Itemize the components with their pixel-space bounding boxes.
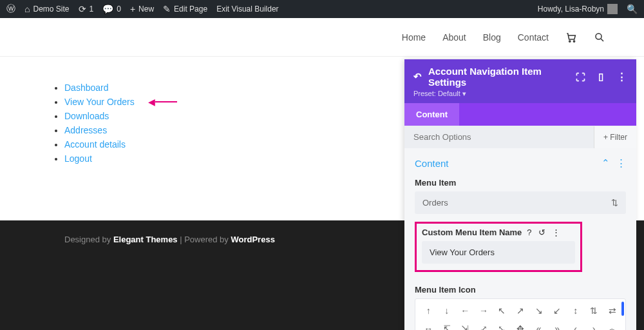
comments-count: 0 [117,5,121,14]
icon-arrow-down[interactable]: ↓ [438,302,457,320]
new-label: New [138,5,154,14]
field-more-icon[interactable]: ⋮ [552,228,560,237]
svg-point-2 [596,34,601,39]
icon-arrow-se[interactable]: ↘ [529,302,548,320]
preset-value: Default [438,90,460,97]
edit-label: Edit Page [174,5,207,14]
new-content[interactable]: +New [130,4,154,14]
panel-header: ↶ Account Navigation Item Settings ⛶ ▯ ⋮… [404,59,636,103]
acct-downloads[interactable]: Downloads [64,111,109,121]
icon-resize-ne[interactable]: ⤢ [475,320,493,330]
acct-view-orders[interactable]: View Your Orders [64,97,135,107]
wp-logo[interactable]: ⓦ [6,3,15,15]
comments[interactable]: 💬0 [102,4,121,14]
icon-resize-nw[interactable]: ⤡ [493,320,511,330]
search-row: + Filter [404,126,636,148]
section-more-icon[interactable]: ⋮ [616,157,626,169]
site-name[interactable]: ⌂Demo Site [24,4,70,14]
cart-icon[interactable] [565,32,577,43]
icon-chevron-up2[interactable]: ︽ [603,320,621,330]
callout-arrow: ◀ [150,97,177,107]
icon-arrow-sw[interactable]: ↙ [548,302,567,320]
exit-vb-label: Exit Visual Builder [216,5,279,14]
edit-page[interactable]: ✎Edit Page [163,4,207,14]
expand-icon[interactable]: ⛶ [574,72,586,82]
menu-item-select[interactable]: Orders ⇅ [415,191,626,214]
icon-arrow-ud[interactable]: ↕ [566,302,585,320]
reset-icon[interactable]: ↺ [538,228,545,237]
acct-logout[interactable]: Logout [64,153,92,164]
icon-dbl-left[interactable]: « [529,320,548,330]
back-icon[interactable]: ↶ [413,71,422,82]
nav-home[interactable]: Home [402,32,426,43]
icon-arrow-up[interactable]: ↑ [419,302,438,320]
custom-name-input[interactable] [422,241,575,264]
icon-arrow-left[interactable]: ← [456,302,475,320]
icon-arrow-lr[interactable]: ⇄ [603,302,621,320]
custom-name-label: Custom Menu Item Name [422,228,522,237]
menu-item-label: Menu Item [415,178,626,188]
exit-visual-builder[interactable]: Exit Visual Builder [216,5,279,14]
acct-details[interactable]: Account details [64,139,126,150]
tab-content[interactable]: Content [404,103,459,126]
settings-panel: ↶ Account Navigation Item Settings ⛶ ▯ ⋮… [404,59,636,330]
icon-chevron-right[interactable]: › [585,320,603,330]
avatar [607,4,618,14]
wp-admin-bar: ⓦ ⌂Demo Site ⟳1 💬0 +New ✎Edit Page Exit … [0,0,644,18]
svg-point-1 [573,40,574,41]
updates[interactable]: ⟳1 [79,4,94,14]
preset-label: Preset: [413,90,436,97]
filter-button[interactable]: + Filter [594,126,636,148]
icon-chevron-left[interactable]: ‹ [566,320,585,330]
icon-corner-se[interactable]: ⇲ [456,320,475,330]
icon-picker: ↑ ↓ ← → ↖ ↗ ↘ ↙ ↕ ⇅ ⇄ ↔ ↸ ⇲ ⤢ ⤡ ✥ « » ‹ … [415,298,626,330]
footer-et[interactable]: Elegant Themes [113,235,178,244]
icon-arrow-du[interactable]: ⇅ [585,302,603,320]
section-title[interactable]: Content [415,158,449,169]
scrollbar[interactable] [621,302,624,316]
nav-contact[interactable]: Contact [518,32,549,43]
panel-title: Account Navigation Item Settings [428,66,568,88]
section-content: Content ⌃ ⋮ Menu Item Orders ⇅ Custom Me… [404,148,636,276]
acct-dashboard[interactable]: Dashboard [64,82,109,93]
footer-sep: | Powered by [178,235,231,244]
icon-arrow-ne[interactable]: ↗ [511,302,530,320]
nav-about[interactable]: About [442,32,466,43]
site-nav: Home About Blog Contact [0,18,644,57]
icon-arrow-nw[interactable]: ↖ [493,302,511,320]
more-icon[interactable]: ⋮ [616,71,627,82]
search-input[interactable] [404,126,594,148]
acct-addresses[interactable]: Addresses [64,125,107,135]
icon-arrow-h[interactable]: ↔ [419,320,438,330]
svg-point-0 [569,40,571,41]
icon-dbl-right[interactable]: » [548,320,567,330]
updates-count: 1 [90,5,94,14]
search-icon[interactable] [594,32,605,43]
collapse-icon[interactable]: ⌃ [601,157,610,169]
snap-icon[interactable]: ▯ [595,71,607,82]
menu-item-value: Orders [422,198,448,208]
icon-picker-label: Menu Item Icon [415,285,626,295]
footer-wp[interactable]: WordPress [231,235,274,244]
howdy-user[interactable]: Howdy, Lisa-Robyn [538,4,618,14]
custom-name-highlight: Custom Menu Item Name ? ↺ ⋮ [415,222,582,272]
chevron-updown-icon: ⇅ [611,198,618,208]
filter-label: Filter [610,133,627,142]
site-name-label: Demo Site [33,5,69,14]
help-icon[interactable]: ? [527,228,531,237]
howdy-label: Howdy, Lisa-Robyn [538,5,604,14]
footer-designed: Designed by [64,235,113,244]
admin-search-icon[interactable]: 🔍 [627,4,638,14]
panel-tabs: Content [404,103,636,126]
preset-row[interactable]: Preset: Default ▾ [413,90,627,98]
icon-corner-nw[interactable]: ↸ [438,320,457,330]
icon-move[interactable]: ✥ [511,320,530,330]
icon-arrow-right[interactable]: → [475,302,493,320]
nav-blog[interactable]: Blog [483,32,501,43]
